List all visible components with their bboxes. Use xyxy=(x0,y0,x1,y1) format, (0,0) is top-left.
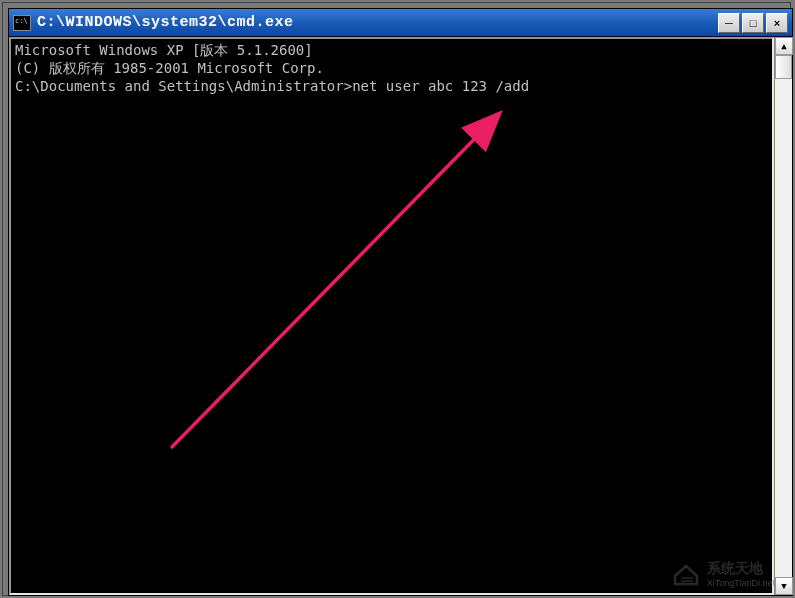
window-controls: ─ □ × xyxy=(718,13,788,33)
titlebar[interactable]: C:\WINDOWS\system32\cmd.exe ─ □ × xyxy=(9,9,792,37)
console-line: Microsoft Windows XP [版本 5.1.2600] xyxy=(15,41,768,59)
console-command: net user abc 123 /add xyxy=(352,78,529,94)
close-button[interactable]: × xyxy=(766,13,788,33)
watermark-url: XiTongTianDi.net xyxy=(707,578,775,588)
watermark-logo-icon xyxy=(671,562,701,586)
cmd-window: C:\WINDOWS\system32\cmd.exe ─ □ × Micros… xyxy=(8,8,793,596)
watermark: 系统天地 XiTongTianDi.net xyxy=(671,560,775,588)
scroll-thumb[interactable] xyxy=(775,55,792,79)
scroll-track[interactable] xyxy=(775,55,792,577)
minimize-button[interactable]: ─ xyxy=(718,13,740,33)
maximize-button[interactable]: □ xyxy=(742,13,764,33)
watermark-text: 系统天地 XiTongTianDi.net xyxy=(707,560,775,588)
console-output[interactable]: Microsoft Windows XP [版本 5.1.2600](C) 版权… xyxy=(9,37,774,595)
console-prompt-line: C:\Documents and Settings\Administrator>… xyxy=(15,77,768,95)
cmd-icon xyxy=(13,15,31,31)
scroll-up-button[interactable]: ▲ xyxy=(775,37,793,55)
watermark-title: 系统天地 xyxy=(707,560,775,578)
console-prompt: C:\Documents and Settings\Administrator> xyxy=(15,78,352,94)
vertical-scrollbar[interactable]: ▲ ▼ xyxy=(774,37,792,595)
console-line: (C) 版权所有 1985-2001 Microsoft Corp. xyxy=(15,59,768,77)
scroll-down-button[interactable]: ▼ xyxy=(775,577,793,595)
content-area: Microsoft Windows XP [版本 5.1.2600](C) 版权… xyxy=(9,37,792,595)
window-title: C:\WINDOWS\system32\cmd.exe xyxy=(37,14,718,31)
outer-border: C:\WINDOWS\system32\cmd.exe ─ □ × Micros… xyxy=(2,2,791,596)
